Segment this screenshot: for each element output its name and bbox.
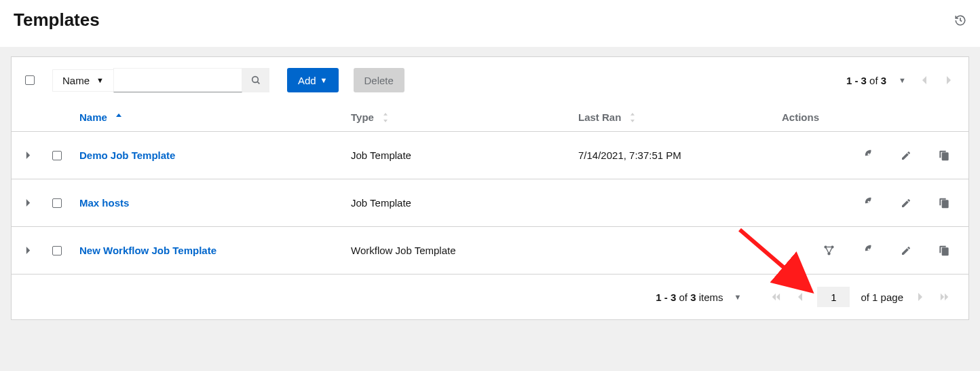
footer-items-label: items [699, 292, 723, 303]
add-button[interactable]: Add ▼ [287, 68, 339, 92]
svg-line-1 [257, 82, 259, 84]
range-total: 3 [881, 75, 886, 86]
svg-point-0 [252, 77, 259, 83]
row-checkbox[interactable] [52, 246, 62, 255]
prev-page-top[interactable] [918, 73, 930, 88]
col-header-type-label: Type [351, 111, 374, 123]
visualizer-icon[interactable] [823, 245, 835, 256]
copy-icon[interactable] [939, 149, 949, 161]
expand-toggle[interactable] [25, 246, 52, 255]
footer-range-total: 3 [690, 292, 696, 303]
sort-icon [629, 112, 636, 123]
table-row: Demo Job Template Job Template 7/14/2021… [12, 132, 968, 179]
delete-button-label: Delete [364, 75, 394, 86]
footer-range: 1 - 3 of 3 items [656, 292, 723, 303]
filter-key-dropdown[interactable]: Name ▼ [52, 69, 113, 92]
prev-page[interactable] [794, 289, 806, 304]
expand-toggle[interactable] [25, 151, 52, 160]
col-header-lastran-label: Last Ran [578, 111, 621, 123]
select-all-checkbox[interactable] [25, 75, 35, 85]
expand-toggle[interactable] [25, 198, 52, 207]
table-header: Name Type Last Ran Actions [12, 103, 968, 132]
page-title: Templates [14, 10, 100, 31]
range-of: of [869, 75, 878, 86]
launch-icon[interactable] [862, 149, 873, 161]
first-page[interactable] [768, 289, 783, 304]
col-header-name-label: Name [79, 111, 107, 123]
sort-asc-icon [115, 113, 122, 122]
copy-icon[interactable] [939, 197, 949, 209]
filter-key-label: Name [62, 75, 90, 86]
pagination-footer: 1 - 3 of 3 items ▼ of 1 page [12, 275, 968, 319]
filter-input[interactable] [113, 68, 242, 92]
last-page[interactable] [937, 289, 952, 304]
template-type: Workflow Job Template [351, 245, 456, 256]
col-header-name[interactable]: Name [79, 111, 122, 123]
copy-icon[interactable] [939, 245, 949, 256]
next-page[interactable] [914, 289, 926, 304]
next-page-top[interactable] [943, 73, 955, 88]
launch-icon[interactable] [862, 197, 873, 209]
col-header-type[interactable]: Type [351, 111, 389, 123]
toolbar: Name ▼ Add ▼ Delete 1 - 3 of 3 ▼ [12, 57, 968, 103]
page-suffix: of 1 page [861, 292, 903, 303]
delete-button[interactable]: Delete [354, 68, 404, 92]
caret-down-icon: ▼ [320, 76, 328, 84]
range-start: 1 - 3 [846, 75, 867, 86]
template-type: Job Template [351, 197, 411, 209]
add-button-label: Add [298, 75, 316, 86]
page-number-input[interactable] [817, 287, 850, 307]
per-page-dropdown[interactable]: ▼ [899, 76, 906, 84]
row-checkbox[interactable] [52, 151, 62, 160]
footer-range-start: 1 - 3 [656, 292, 676, 303]
template-link[interactable]: Demo Job Template [79, 149, 175, 161]
template-lastran: 7/14/2021, 7:37:51 PM [578, 149, 681, 161]
template-link[interactable]: New Workflow Job Template [79, 245, 216, 256]
caret-down-icon: ▼ [96, 76, 104, 84]
per-page-dropdown-footer[interactable]: ▼ [734, 293, 742, 301]
launch-icon[interactable] [862, 245, 873, 256]
edit-icon[interactable] [901, 197, 911, 209]
col-header-actions: Actions [782, 111, 819, 123]
table-row: New Workflow Job Template Workflow Job T… [12, 227, 968, 275]
footer-range-of: of [679, 292, 688, 303]
top-range: 1 - 3 of 3 [846, 75, 886, 86]
sort-icon [382, 112, 389, 123]
row-checkbox[interactable] [52, 198, 62, 208]
edit-icon[interactable] [901, 245, 911, 256]
col-header-lastran[interactable]: Last Ran [578, 111, 636, 123]
search-button[interactable] [242, 68, 269, 92]
template-type: Job Template [351, 149, 411, 161]
table-row: Max hosts Job Template [12, 179, 968, 227]
history-icon[interactable] [954, 14, 966, 26]
edit-icon[interactable] [901, 149, 911, 161]
template-link[interactable]: Max hosts [79, 197, 129, 209]
templates-card: Name ▼ Add ▼ Delete 1 - 3 of 3 ▼ [11, 56, 969, 320]
